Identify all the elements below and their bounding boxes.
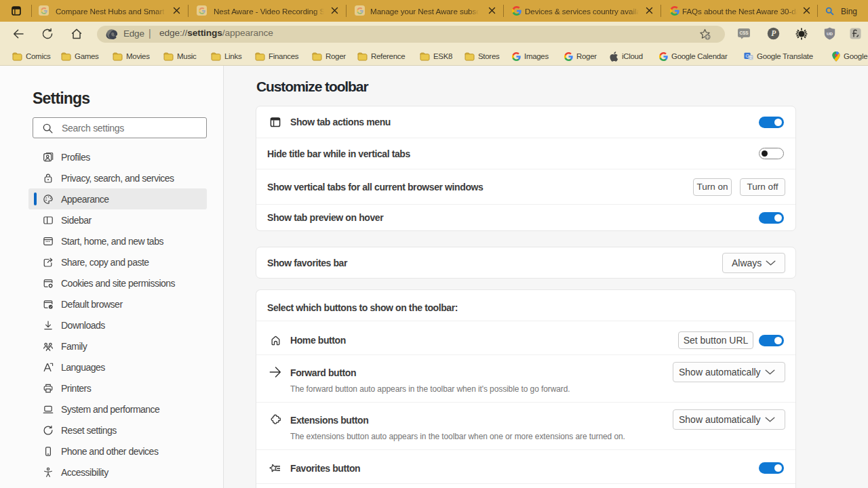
svg-text:文: 文: [749, 56, 753, 60]
svg-text:CSS: CSS: [739, 30, 749, 35]
svg-text:P: P: [771, 29, 776, 37]
svg-text:UD: UD: [827, 31, 833, 36]
